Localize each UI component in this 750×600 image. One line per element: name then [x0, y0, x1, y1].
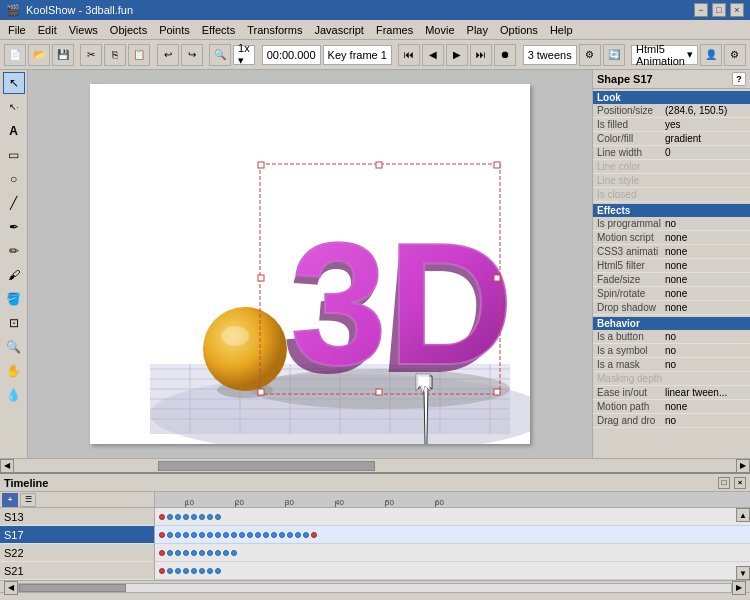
zoom-level[interactable]: 1x ▾: [233, 45, 255, 65]
play-button[interactable]: ▶: [446, 44, 468, 66]
svg-rect-25: [376, 162, 382, 168]
row-fadesize: Fade/size none: [593, 273, 750, 287]
play-fwd-button[interactable]: ⏭: [470, 44, 492, 66]
menu-effects[interactable]: Effects: [196, 22, 241, 38]
zoom-button[interactable]: 🔍: [209, 44, 231, 66]
timeline-track-s13[interactable]: S13: [0, 508, 154, 526]
paste-button[interactable]: 📋: [128, 44, 150, 66]
minimize-button[interactable]: −: [694, 3, 708, 17]
help-button[interactable]: ?: [732, 72, 746, 86]
node-tool[interactable]: ↖·: [3, 96, 25, 118]
row-isamask: Is a mask no: [593, 358, 750, 372]
track-scroll-down[interactable]: ▼: [736, 566, 750, 580]
timeline-track-s22[interactable]: S22: [0, 544, 154, 562]
menu-play[interactable]: Play: [461, 22, 494, 38]
hand-tool[interactable]: ✋: [3, 360, 25, 382]
loop-button[interactable]: 🔄: [603, 44, 625, 66]
track-s17-dots: [155, 532, 321, 538]
play-back-button[interactable]: ◀: [422, 44, 444, 66]
save-button[interactable]: 💾: [52, 44, 74, 66]
tween-setting-button[interactable]: ⚙: [579, 44, 601, 66]
timeline-footer-scrollbar[interactable]: ◀ ▶: [0, 580, 750, 594]
menu-options[interactable]: Options: [494, 22, 544, 38]
copy-button[interactable]: ⎘: [104, 44, 126, 66]
timeline-scroll-left[interactable]: ◀: [4, 581, 18, 595]
crop-tool[interactable]: ⊡: [3, 312, 25, 334]
paint-tool[interactable]: 🖌: [3, 264, 25, 286]
menu-file[interactable]: File: [2, 22, 32, 38]
scrollbar-track[interactable]: [14, 461, 736, 471]
row-filled: Is filled yes: [593, 118, 750, 132]
cut-button[interactable]: ✂: [80, 44, 102, 66]
tweens-label: 3 tweens: [523, 45, 577, 65]
left-toolbar: ↖ ↖· A ▭ ○ ╱ ✒ ✏ 🖌 🪣 ⊡ 🔍 ✋ 💧: [0, 70, 28, 458]
menu-views[interactable]: Views: [63, 22, 104, 38]
timeline-body: + ☰ S13 S17 S22 S21 S20: [0, 492, 750, 580]
timeline-scrollbar-thumb[interactable]: [19, 584, 126, 592]
track-label-s13: S13: [4, 511, 24, 523]
menu-frames[interactable]: Frames: [370, 22, 419, 38]
avatar-button[interactable]: 👤: [700, 44, 722, 66]
timeline: Timeline □ × + ☰ S13 S17 S22: [0, 472, 750, 592]
zoom-canvas-tool[interactable]: 🔍: [3, 336, 25, 358]
titlebar-title: KoolShow - 3dball.fun: [26, 4, 133, 16]
record-button[interactable]: ⏺: [494, 44, 516, 66]
maximize-button[interactable]: □: [712, 3, 726, 17]
animation-type[interactable]: Html5 Animation ▾: [631, 45, 698, 65]
timeline-scrollbar-track[interactable]: [18, 583, 732, 593]
undo-button[interactable]: ↩: [157, 44, 179, 66]
track-s22[interactable]: [155, 544, 750, 562]
svg-rect-30: [376, 389, 382, 395]
menu-help[interactable]: Help: [544, 22, 579, 38]
track-scroll-up[interactable]: ▲: [736, 508, 750, 522]
rectangle-tool[interactable]: ▭: [3, 144, 25, 166]
open-button[interactable]: 📂: [28, 44, 50, 66]
scroll-right-button[interactable]: ▶: [736, 459, 750, 473]
row-linecolor: Line color: [593, 160, 750, 174]
play-begin-button[interactable]: ⏮: [398, 44, 420, 66]
timeline-add-layer[interactable]: +: [2, 493, 18, 507]
canvas-area[interactable]: 3D 3D 3D: [28, 70, 592, 458]
row-motionscript[interactable]: Motion script none: [593, 231, 750, 245]
menu-javascript[interactable]: Javascript: [308, 22, 370, 38]
right-panel-header: Shape S17 ?: [593, 70, 750, 89]
redo-button[interactable]: ↪: [181, 44, 203, 66]
scrollbar-thumb[interactable]: [158, 461, 375, 471]
canvas-inner[interactable]: 3D 3D 3D: [90, 84, 530, 444]
timeline-track-s17[interactable]: S17: [0, 526, 154, 544]
select-tool[interactable]: ↖: [3, 72, 25, 94]
svg-point-22: [221, 326, 249, 346]
timeline-expand-button[interactable]: □: [718, 477, 730, 489]
section-behavior: Behavior: [593, 317, 750, 330]
pencil-tool[interactable]: ✏: [3, 240, 25, 262]
eyedrop-tool[interactable]: 💧: [3, 384, 25, 406]
timeline-close-button[interactable]: ×: [734, 477, 746, 489]
menu-points[interactable]: Points: [153, 22, 196, 38]
row-dropshadow: Drop shadow none: [593, 301, 750, 315]
text-tool[interactable]: A: [3, 120, 25, 142]
track-s13[interactable]: [155, 508, 750, 526]
settings-button[interactable]: ⚙: [724, 44, 746, 66]
menu-edit[interactable]: Edit: [32, 22, 63, 38]
horizontal-scrollbar[interactable]: ◀ ▶: [0, 458, 750, 472]
ellipse-tool[interactable]: ○: [3, 168, 25, 190]
track-s21[interactable]: [155, 562, 750, 580]
statusbar: Mouse: (457, 298) Object: S17 Selection:…: [0, 592, 750, 600]
track-s17[interactable]: [155, 526, 750, 544]
timeline-layer-options[interactable]: ☰: [20, 493, 36, 507]
menu-transforms[interactable]: Transforms: [241, 22, 308, 38]
menu-objects[interactable]: Objects: [104, 22, 153, 38]
menu-movie[interactable]: Movie: [419, 22, 460, 38]
pen-tool[interactable]: ✒: [3, 216, 25, 238]
timeline-tracks[interactable]: 10 20 30 40 50 60: [155, 492, 750, 580]
scroll-left-button[interactable]: ◀: [0, 459, 14, 473]
line-tool[interactable]: ╱: [3, 192, 25, 214]
close-button[interactable]: ×: [730, 3, 744, 17]
fill-tool[interactable]: 🪣: [3, 288, 25, 310]
new-button[interactable]: 📄: [4, 44, 26, 66]
track-s13-dots: [155, 514, 225, 520]
keyframe-label: Key frame 1: [323, 45, 392, 65]
timeline-scroll-right[interactable]: ▶: [732, 581, 746, 595]
timeline-track-s21[interactable]: S21: [0, 562, 154, 580]
row-easeinout: Ease in/out linear tween...: [593, 386, 750, 400]
